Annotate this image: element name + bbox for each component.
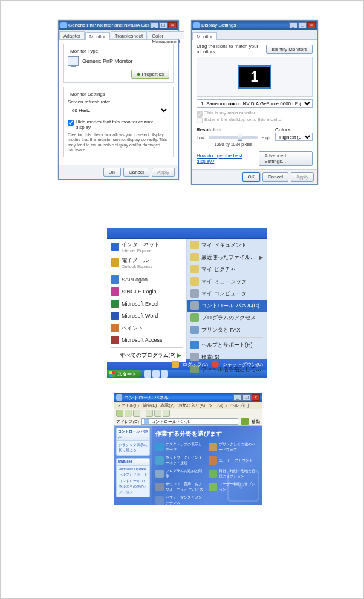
- titlebar[interactable]: コントロール パネル _ ☐ ×: [114, 393, 262, 402]
- pinned-program-item[interactable]: SINGLE Login: [107, 286, 186, 298]
- places-item[interactable]: コントロール パネル(C): [187, 300, 267, 312]
- category-item[interactable]: ユーザー アカウント: [209, 455, 257, 466]
- minimize-button[interactable]: _: [150, 22, 158, 28]
- tab-adapter[interactable]: Adapter: [59, 31, 85, 39]
- colors-select[interactable]: Highest (32 bit): [275, 133, 313, 141]
- search-button[interactable]: [146, 410, 153, 417]
- tab-monitor[interactable]: Monitor: [85, 32, 110, 40]
- titlebar[interactable]: Generic PnP Monitor and NVIDIA GeForce 6…: [59, 21, 178, 30]
- category-item[interactable]: サウンド、音声、およびオーディオ デバイス: [155, 482, 204, 493]
- maximize-button[interactable]: ☐: [242, 394, 251, 401]
- place-icon: [190, 289, 199, 298]
- maximize-button[interactable]: ☐: [159, 22, 167, 28]
- places-item[interactable]: マイ ミュージック: [187, 275, 267, 287]
- low-label: Low: [197, 136, 204, 140]
- minimize-button[interactable]: _: [289, 22, 297, 28]
- go-button[interactable]: [241, 418, 249, 425]
- address-bar: アドレス(D) コントロール パネル 移動: [114, 417, 262, 426]
- refresh-rate-label: Screen refresh rate:: [68, 99, 169, 105]
- menu-item[interactable]: お気に入り(A): [178, 402, 205, 408]
- close-button[interactable]: ×: [252, 394, 260, 401]
- pinned-program-item[interactable]: 電子メールOutlook Express: [107, 255, 186, 270]
- slider-thumb[interactable]: [238, 134, 242, 141]
- category-item[interactable]: ネットワークとインターネット接続: [155, 455, 204, 466]
- folders-button[interactable]: [154, 410, 161, 417]
- separator: [111, 347, 183, 348]
- category-item[interactable]: パフォーマンスとメンテナンス: [155, 495, 204, 506]
- places-item[interactable]: 最近使ったファイル(D) ▶: [187, 251, 267, 263]
- pinned-program-item[interactable]: Microsoft Excel: [107, 298, 186, 310]
- quick-launch-item[interactable]: [152, 370, 160, 378]
- menu-item[interactable]: ツール(T): [209, 402, 227, 408]
- places-item[interactable]: プログラムのアクセスと既定の設定: [187, 312, 267, 324]
- start-button[interactable]: スタート: [107, 370, 141, 378]
- places-item[interactable]: マイ ピクチャ: [187, 263, 267, 275]
- best-display-link[interactable]: How do I get the best display?: [197, 153, 259, 164]
- pinned-program-item[interactable]: Microsoft Access: [107, 334, 186, 346]
- places-item[interactable]: マイ コンピュータ: [187, 287, 267, 300]
- hide-modes-checkbox[interactable]: [68, 120, 74, 126]
- program-label: 電子メールOutlook Express: [122, 257, 183, 269]
- ok-button[interactable]: OK: [103, 168, 122, 177]
- places-item[interactable]: ヘルプとサポート(H): [187, 339, 267, 351]
- properties-button[interactable]: ◆ Properties: [131, 70, 169, 79]
- quick-launch-item[interactable]: [144, 370, 151, 378]
- cancel-button[interactable]: Cancel: [262, 172, 288, 182]
- tab-color-management[interactable]: Color Management: [148, 31, 184, 39]
- monitor-number: 1: [250, 68, 258, 85]
- monitor-preview-area[interactable]: 1: [197, 57, 313, 97]
- maximize-button[interactable]: ☐: [298, 22, 307, 28]
- tab-troubleshoot[interactable]: Troubleshoot: [111, 31, 147, 39]
- menu-item[interactable]: ヘルプ(H): [230, 402, 249, 408]
- pinned-program-item[interactable]: インターネットInternet Explorer: [107, 239, 186, 255]
- category-item[interactable]: プログラムの追加と削除: [155, 468, 204, 479]
- program-icon: [111, 287, 119, 296]
- switch-classic-link[interactable]: クラシック表示に切り替える: [119, 442, 148, 453]
- forward-button[interactable]: [125, 410, 132, 417]
- related-link[interactable]: ヘルプとサポート: [119, 472, 148, 477]
- up-button[interactable]: [133, 410, 140, 417]
- menu-item[interactable]: 編集(E): [143, 402, 157, 408]
- back-button[interactable]: [116, 410, 123, 417]
- close-button[interactable]: ×: [168, 22, 177, 28]
- cancel-button[interactable]: Cancel: [123, 168, 149, 177]
- category-item[interactable]: デスクトップの表示とテーマ: [155, 442, 204, 453]
- monitor-settings-label: Monitor Settings: [69, 91, 106, 97]
- all-programs-button[interactable]: すべてのプログラム(P) ▶: [107, 349, 186, 362]
- apply-button[interactable]: Apply: [291, 172, 314, 182]
- places-item[interactable]: マイ ドキュメント: [187, 239, 267, 251]
- shutdown-button[interactable]: シャットダウン(U): [223, 361, 263, 368]
- monitor-thumbnail[interactable]: 1: [238, 65, 271, 89]
- pinned-program-item[interactable]: Microsoft Word: [107, 310, 186, 322]
- hide-modes-label: Hide modes that this monitor cannot disp…: [76, 119, 169, 130]
- places-item[interactable]: プリンタと FAX: [187, 324, 267, 336]
- resolution-slider[interactable]: [209, 136, 258, 139]
- pinned-program-item[interactable]: ペイント: [107, 322, 186, 334]
- titlebar[interactable]: Display Settings _ ☐ ×: [192, 21, 317, 30]
- pinned-program-item[interactable]: SAPLogon: [107, 273, 186, 286]
- category-icon: [155, 443, 164, 451]
- pane-heading: 関連項目: [117, 459, 149, 466]
- menu-item[interactable]: ファイル(F): [117, 402, 139, 408]
- category-label: サウンド、音声、およびオーディオ デバイス: [166, 482, 204, 493]
- watermark-icon: [227, 470, 259, 502]
- close-button[interactable]: ×: [307, 22, 316, 28]
- ok-button[interactable]: OK: [242, 172, 261, 182]
- apply-button[interactable]: Apply: [152, 168, 175, 177]
- minimize-button[interactable]: _: [233, 394, 242, 401]
- quick-launch-item[interactable]: [161, 370, 168, 378]
- extend-desktop-checkbox: [197, 117, 203, 123]
- identify-monitors-button[interactable]: Identify Monitors: [266, 45, 313, 54]
- address-input[interactable]: コントロール パネル: [141, 418, 238, 425]
- tab-monitor[interactable]: Monitor: [192, 32, 217, 40]
- place-label: ヘルプとサポート(H): [201, 341, 263, 349]
- menu-item[interactable]: 表示(V): [160, 402, 174, 408]
- related-link[interactable]: コントロール パネルのその他のオプション: [119, 479, 148, 495]
- refresh-rate-select[interactable]: 60 Hertz: [68, 106, 169, 114]
- views-button[interactable]: [163, 410, 170, 417]
- display-device-select[interactable]: 1. Samsung •••• on NVIDIA GeForce 6600 L…: [197, 99, 313, 108]
- logoff-button[interactable]: ログオフ(L): [183, 361, 208, 368]
- related-link[interactable]: Windows Update: [119, 467, 148, 471]
- category-item[interactable]: プリンタとその他のハードウェア: [209, 442, 257, 453]
- advanced-settings-button[interactable]: Advanced Settings...: [259, 151, 313, 166]
